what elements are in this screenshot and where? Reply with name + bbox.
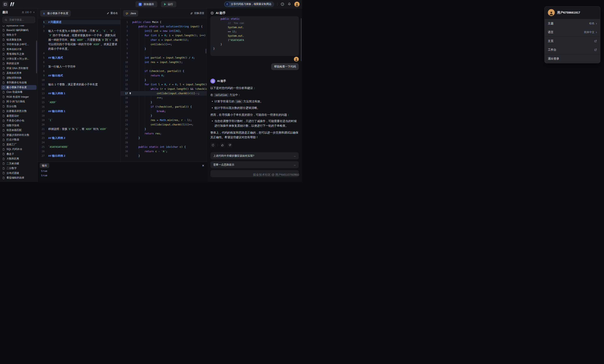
sidebar-item-label: 及格如此简单 — [6, 71, 22, 75]
inline-code: `D` — [67, 128, 72, 130]
output-tab[interactable]: 输出 — [40, 163, 49, 168]
arrow-right-icon: → — [293, 163, 296, 166]
gutter-space — [128, 56, 132, 60]
sidebar-item[interactable]: Bytedance Tree — [1, 25, 37, 28]
sidebar-item[interactable]: 番茄编辑的选择 — [1, 176, 37, 180]
switch-language-button[interactable]: 切换语言 — [190, 12, 204, 15]
sidebar-item[interactable]: 拿到最多红包金额 — [1, 80, 37, 85]
line-number: 13 — [121, 73, 128, 78]
upload-arrow-icon[interactable] — [33, 11, 35, 13]
sidebar-item-label: 环状 DNA 序列整理 — [6, 67, 28, 70]
code-line: 27 } — [121, 136, 207, 140]
line-content: public static int idx(char c) { — [132, 145, 207, 149]
promo-banner[interactable]: 分享代码练习体验，领限量定制周边 — [224, 1, 274, 7]
line-number: 1 — [121, 20, 128, 24]
language-tab[interactable]: Java — [123, 10, 138, 17]
sidebar-item[interactable]: 不再贪心的小包 — [1, 118, 37, 123]
sidebar-item[interactable]: 猜数字游戏 — [1, 123, 37, 128]
sidebar-item[interactable]: 计算位置 x 到 y 的... — [1, 57, 37, 62]
file-icon — [2, 157, 5, 160]
inline-code: `ASDF` — [99, 128, 107, 130]
sidebar-scrollbar[interactable] — [36, 40, 37, 73]
sidebar-item[interactable]: 字符串有多少种可... — [1, 42, 37, 47]
help-button[interactable]: ? — [280, 2, 284, 6]
file-icon — [2, 134, 5, 136]
sidebar-title: 题目 — [2, 11, 8, 14]
add-problem-button[interactable]: + 添加题目 — [135, 1, 157, 7]
sidebar-item-label: 阿 D 的飞行路线 — [6, 100, 25, 103]
rename-button[interactable]: 重命名 — [107, 12, 118, 15]
file-icon — [2, 86, 5, 89]
user-avatar[interactable] — [294, 2, 300, 7]
ai-bullet-item: 计算字符索引的idx方法简洁有效。 — [210, 99, 299, 104]
text: 、 — [114, 29, 116, 32]
line-content: # 问题描述 — [45, 20, 120, 24]
sidebar-toggle-button[interactable] — [2, 1, 8, 7]
inline-code: `A` — [95, 30, 100, 32]
sidebar-item[interactable]: 最小替换子串长度 — [1, 85, 37, 90]
line-number: 9 — [121, 56, 128, 60]
gutter-space — [128, 38, 132, 42]
sidebar-item[interactable]: 二叉树供暖 — [1, 161, 37, 166]
user-message-bubble: 帮我检查一下代码 — [271, 63, 299, 70]
line-number: 24 — [121, 122, 128, 127]
thumbs-up-button[interactable] — [220, 142, 225, 148]
sidebar-item[interactable]: 阿 D 的飞行路线 — [1, 99, 37, 104]
file-icon — [2, 62, 5, 65]
sidebar-item[interactable]: 青海湖租车之旅 — [1, 52, 37, 57]
run-button[interactable]: 运行 — [161, 1, 176, 7]
line-number: 27 — [38, 154, 45, 158]
sidebar-item[interactable]: 创意标题匹配 — [1, 128, 37, 133]
sidebar-item[interactable]: SQL 代码补全 — [1, 147, 37, 152]
sidebar-item[interactable]: 暴雨梨花针 — [1, 114, 37, 119]
regenerate-button[interactable] — [210, 142, 216, 148]
gutter-space — [128, 149, 132, 154]
sidebar-item[interactable]: 猫鱼分干 — [1, 33, 37, 38]
sidebar-item[interactable]: Base32 编码和解码 — [1, 28, 37, 33]
sidebar-item[interactable]: 简单四则计算 — [1, 47, 37, 52]
line-number: 20 — [38, 122, 45, 127]
output-line: true — [41, 173, 204, 178]
sidebar-item[interactable]: 环状 DNA 序列整理 — [1, 66, 37, 71]
sidebar-item[interactable]: 分布式团建 — [1, 171, 37, 176]
code-line: 4 for (int i = 0; i < input.length(); i+… — [121, 33, 207, 38]
line-content: ## 输入样例 2 — [45, 136, 120, 140]
sidebar-item[interactable]: 大数和距离 — [1, 156, 37, 161]
problem-tab[interactable]: 最小替换子串长度 — [40, 10, 71, 17]
sidebar-item[interactable]: 打点计数器 — [1, 138, 37, 142]
sidebar-item[interactable]: 叠盘子 — [1, 152, 37, 157]
ai-scrollbar[interactable] — [301, 18, 302, 61]
gutter-space — [128, 78, 132, 82]
suggestion-chip[interactable]: 需要一点思路提示→ — [210, 161, 299, 168]
problem-description-panel: 最小替换子串长度 重命名 1# 问题描述23输入一个长度为 4 倍数的字符串，只… — [38, 9, 121, 162]
sidebar-item[interactable]: 蛋糕工厂 — [1, 142, 37, 147]
close-icon[interactable]: ✕ — [202, 164, 204, 167]
gutter-space — [128, 113, 132, 118]
sidebar-item[interactable]: 及格如此简单 — [1, 71, 37, 75]
sidebar-item[interactable]: 和的逆运算 — [1, 61, 37, 66]
gutter-space — [128, 118, 132, 122]
bell-icon[interactable] — [287, 2, 291, 6]
thumbs-down-button[interactable] — [227, 142, 232, 148]
sidebar-item[interactable]: 二分数字 — [1, 166, 37, 171]
sidebar-item-label: 字符串有多少种可... — [6, 43, 29, 46]
code-line: 23 res = Math.min(res, r - l); — [121, 118, 207, 122]
sidebar-item[interactable]: 百分位数 — [1, 104, 37, 109]
suggestion-chip[interactable]: 上述代码中关键步骤应该如何实现?→ — [210, 152, 299, 159]
sidebar-item-label: 比赛最高获胜次数 — [6, 109, 27, 113]
sidebar-item[interactable]: 链表聚集交换 — [1, 38, 37, 42]
line-number: 25 — [121, 127, 128, 131]
code-editor[interactable]: 1public class Main {2 public static int … — [121, 18, 207, 162]
lightbulb-icon — [128, 91, 132, 96]
sidebar-item[interactable]: 穿越沙漠的补给次数 — [1, 133, 37, 138]
sidebar-item[interactable]: 进制求和转换 — [1, 75, 37, 80]
search-input[interactable] — [9, 18, 33, 22]
suggestion-chip[interactable]: → — [210, 170, 299, 177]
gutter-space — [128, 69, 132, 73]
gutter-space — [128, 140, 132, 145]
markdown-editor[interactable]: 1# 问题描述23输入一个长度为 4 倍数的字符串，只有`A`、`S`、`D`、… — [38, 18, 120, 162]
sidebar-item[interactable]: RGB 色值转 Integer — [1, 95, 37, 100]
sidebar-item[interactable]: 比赛最高获胜次数 — [1, 109, 37, 114]
search-box[interactable] — [2, 17, 35, 23]
sidebar-item[interactable]: Cion 勒索病毒 — [1, 90, 37, 95]
